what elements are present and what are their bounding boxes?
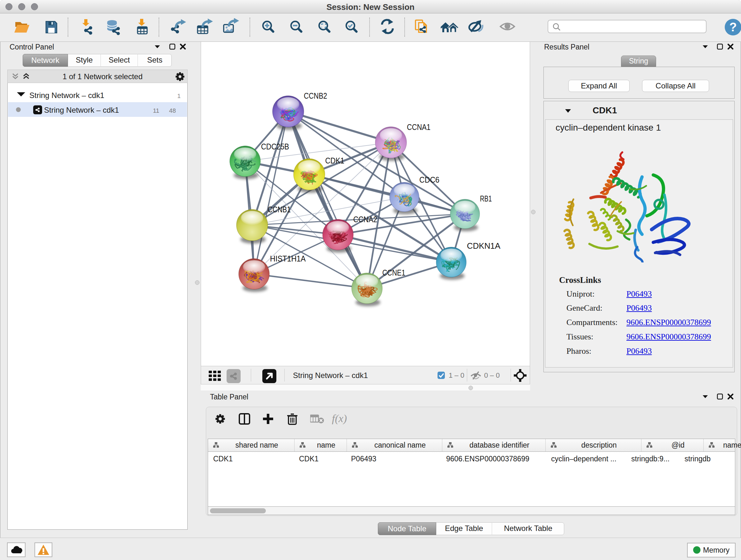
svg-text:CCNE1: CCNE1 bbox=[382, 268, 405, 277]
svg-text:RB1: RB1 bbox=[480, 194, 492, 203]
svg-text:CCNA2: CCNA2 bbox=[353, 215, 377, 224]
svg-text:CCNB2: CCNB2 bbox=[304, 91, 327, 100]
svg-text:CDKN1A: CDKN1A bbox=[467, 241, 500, 250]
svg-text:CDC25B: CDC25B bbox=[261, 142, 289, 151]
svg-text:CDK1: CDK1 bbox=[325, 156, 344, 165]
svg-text:CCNA1: CCNA1 bbox=[407, 123, 430, 132]
svg-text:CCNB1: CCNB1 bbox=[268, 205, 291, 214]
svg-text:CDC6: CDC6 bbox=[419, 175, 440, 184]
svg-text:HIST1H1A: HIST1H1A bbox=[270, 254, 306, 263]
